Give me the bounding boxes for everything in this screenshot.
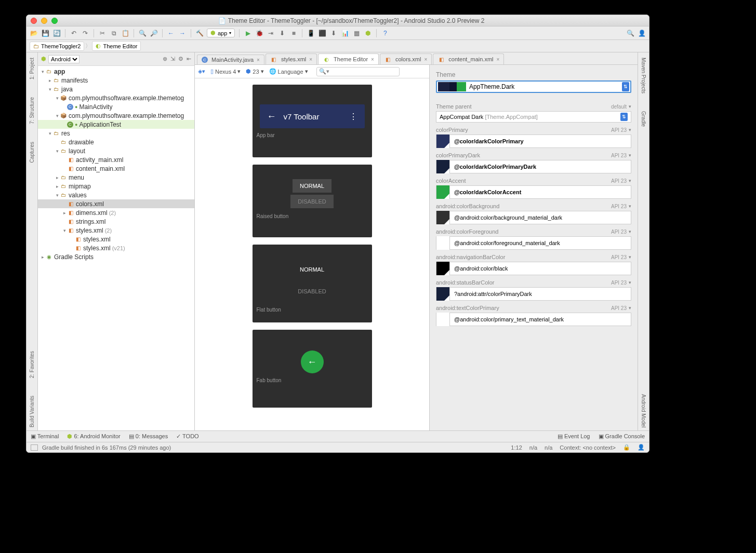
preview-search[interactable]: 🔍▾ <box>316 67 400 76</box>
open-icon[interactable]: 📂 <box>30 29 38 37</box>
redo-icon[interactable]: ↷ <box>81 29 89 37</box>
copy-icon[interactable]: ⧉ <box>110 29 118 37</box>
color-row[interactable]: ?android:attr/colorPrimaryDark <box>436 287 631 301</box>
run-config-selector[interactable]: ⬢ app ▾ <box>207 29 235 37</box>
chevron-down-icon[interactable]: ▾ <box>629 104 631 109</box>
help-icon[interactable]: ? <box>381 29 389 37</box>
color-row[interactable]: @color/darkColorPrimary <box>436 134 631 148</box>
tool-tab-terminal[interactable]: ▣ Terminal <box>31 433 59 440</box>
attr-name: android:textColorPrimary <box>436 305 499 311</box>
close-icon[interactable]: × <box>309 57 312 62</box>
tool-tab-structure[interactable]: 7: Structure <box>29 94 35 127</box>
gear-icon[interactable]: ⚙ <box>178 56 183 62</box>
debug-icon[interactable]: 🐞 <box>255 29 263 37</box>
close-icon[interactable]: × <box>371 57 374 62</box>
tool-tab-messages[interactable]: ▤ 0: Messages <box>129 433 168 440</box>
tool-tab-gradle-console[interactable]: ▣ Gradle Console <box>599 433 645 440</box>
chevron-down-icon[interactable]: ▾ <box>629 127 631 132</box>
tab-colors[interactable]: ◧colors.xml× <box>380 53 432 64</box>
status-icon[interactable] <box>31 444 38 451</box>
forward-icon[interactable]: → <box>178 29 187 37</box>
tool-tab-android-model[interactable]: Android Model <box>641 391 646 430</box>
tool-tab-gradle[interactable]: Gradle <box>641 108 646 130</box>
run-icon[interactable]: ▶ <box>244 29 252 37</box>
color-row[interactable]: @android:color/primary_text_material_dar… <box>436 313 631 326</box>
window-maximize-button[interactable] <box>51 18 58 24</box>
sync-icon[interactable]: 🔄 <box>52 29 61 37</box>
chevron-down-icon[interactable]: ▾ <box>629 280 631 285</box>
tab-main-activity[interactable]: CMainActivity.java× <box>197 55 264 64</box>
color-row[interactable]: @android:color/background_material_dark <box>436 211 631 224</box>
api-selector[interactable]: ⬢23▾ <box>246 68 263 75</box>
close-icon[interactable]: × <box>424 57 427 62</box>
chevron-down-icon[interactable]: ▾ <box>629 229 631 234</box>
tab-theme-editor[interactable]: ◐Theme Editor× <box>318 53 379 64</box>
save-icon[interactable]: 💾 <box>41 29 49 37</box>
chevron-down-icon[interactable]: ▾ <box>629 204 631 209</box>
chevron-down-icon[interactable]: ▾ <box>629 178 631 183</box>
paste-icon[interactable]: 📋 <box>121 29 129 37</box>
tool-tab-project[interactable]: 1: Project <box>29 55 35 83</box>
tab-content-main[interactable]: ◧content_main.xml× <box>433 53 504 64</box>
tool-tab-captures[interactable]: Captures <box>29 139 35 166</box>
layout-icon[interactable]: ▦ <box>352 29 361 37</box>
color-row[interactable]: @android:color/foreground_material_dark <box>436 236 631 250</box>
profile-icon[interactable]: ⇥ <box>267 29 275 37</box>
titlebar: 📄 Theme Editor - ThemeToggler - [~/p/san… <box>26 15 649 26</box>
ddms-icon[interactable]: ⬇ <box>329 29 338 37</box>
find-icon[interactable]: 🔍 <box>138 29 147 37</box>
sdk-icon[interactable]: ⬛ <box>318 29 326 37</box>
color-row[interactable]: @color/darkColorPrimaryDark <box>436 160 631 173</box>
chevron-down-icon[interactable]: ▾ <box>629 254 631 260</box>
chevron-down-icon[interactable]: ▾ <box>629 305 631 311</box>
color-value: ?android:attr/colorPrimaryDark <box>450 291 536 297</box>
color-row[interactable]: @color/darkColorAccent <box>436 185 631 199</box>
parent-selector[interactable]: AppCompat Dark[Theme.AppCompat] ⇅ <box>436 111 631 123</box>
close-icon[interactable]: × <box>497 57 500 62</box>
device-selector[interactable]: ▯Nexus 4▾ <box>210 68 241 75</box>
tree-item-colors[interactable]: ◧colors.xml <box>38 199 194 208</box>
replace-icon[interactable]: 🔎 <box>150 29 158 37</box>
window-close-button[interactable] <box>31 18 37 24</box>
chevron-down-icon[interactable]: ▾ <box>629 153 631 158</box>
project-tree[interactable]: ▾🗀app ▸🗀manifests ▾🗀java ▾📦com.plymouths… <box>38 66 194 430</box>
theme-selector[interactable]: AppTheme.Dark ⇅ <box>436 80 631 93</box>
back-icon[interactable]: ← <box>167 29 175 37</box>
orientation-selector[interactable]: ◈▾ <box>198 68 205 75</box>
make-icon[interactable]: 🔨 <box>195 29 204 37</box>
collapse-icon[interactable]: ⇲ <box>170 56 175 62</box>
tool-tab-todo[interactable]: ✓ TODO <box>176 433 198 440</box>
avd-icon[interactable]: 📱 <box>307 29 315 37</box>
caret-position: 1:12 <box>511 444 522 451</box>
tab-styles[interactable]: ◧styles.xml× <box>266 53 317 64</box>
search-everywhere-icon[interactable]: 🔍 <box>626 29 634 37</box>
hide-icon[interactable]: ⇤ <box>187 56 191 62</box>
attach-icon[interactable]: ⬇ <box>278 29 286 37</box>
language-selector[interactable]: 🌐Language▾ <box>269 68 308 75</box>
tool-tab-build-variants[interactable]: Build Variants <box>29 393 35 430</box>
lock-icon[interactable]: 🔒 <box>623 444 630 451</box>
window-minimize-button[interactable] <box>41 18 47 24</box>
tool-tab-maven[interactable]: Maven Projects <box>641 55 646 97</box>
editor-area: CMainActivity.java× ◧styles.xml× ◐Theme … <box>195 52 638 430</box>
color-swatch <box>436 185 450 199</box>
android-icon-2[interactable]: ⬢ <box>364 29 372 37</box>
hector-icon[interactable]: 👤 <box>638 444 645 451</box>
user-icon[interactable]: 👤 <box>638 29 646 37</box>
color-row[interactable]: @android:color/black <box>436 262 631 275</box>
attr-name: colorPrimaryDark <box>436 152 480 158</box>
cut-icon[interactable]: ✂ <box>98 29 107 37</box>
tool-tab-android-monitor[interactable]: ⬢ 6: Android Monitor <box>67 433 120 440</box>
undo-icon[interactable]: ↶ <box>70 29 78 37</box>
close-icon[interactable]: × <box>257 57 260 63</box>
tool-tab-favorites[interactable]: 2: Favorites <box>29 348 35 381</box>
tool-tab-event-log[interactable]: ▤ Event Log <box>558 433 590 440</box>
breadcrumb[interactable]: 🗀ThemeToggler2 <box>30 42 84 51</box>
stop-icon[interactable]: ■ <box>289 29 298 37</box>
target-icon[interactable]: ⊕ <box>163 56 167 62</box>
color-value: @android:color/background_material_dark <box>450 214 566 221</box>
fab-button: ← <box>301 350 324 373</box>
monitor-icon[interactable]: 📊 <box>341 29 349 37</box>
project-view-selector[interactable]: Android <box>48 55 79 63</box>
breadcrumb[interactable]: ◐Theme Editor <box>92 41 141 51</box>
